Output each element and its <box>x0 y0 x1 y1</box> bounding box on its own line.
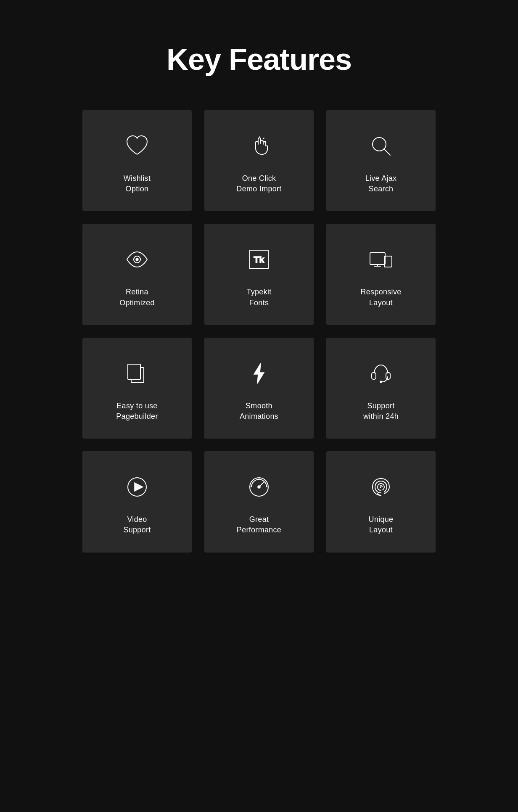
feature-label-smooth-animations: SmoothAnimations <box>240 401 278 422</box>
svg-marker-12 <box>254 363 264 384</box>
feature-label-one-click-demo-import: One ClickDemo Import <box>236 173 281 194</box>
svg-text:Tk: Tk <box>254 255 264 265</box>
svg-rect-6 <box>370 253 385 264</box>
feature-label-typekit-fonts: TypekitFonts <box>246 287 271 308</box>
feature-card-smooth-animations: SmoothAnimations <box>204 338 314 439</box>
feature-card-video-support: VideoSupport <box>82 451 192 552</box>
feature-label-retina-optimized: RetinaOptimized <box>119 287 155 308</box>
gauge-icon <box>244 472 274 502</box>
feature-label-video-support: VideoSupport <box>123 514 151 535</box>
svg-line-1 <box>384 149 390 155</box>
feature-card-typekit-fonts: Tk TypekitFonts <box>204 224 314 325</box>
feature-label-unique-layout: UniqueLayout <box>369 514 394 535</box>
headset-icon <box>366 359 396 388</box>
feature-card-wishlist-option: WishlistOption <box>82 110 192 211</box>
page-title: Key Features <box>166 42 352 77</box>
feature-label-support-within-24h: Supportwithin 24h <box>363 401 399 422</box>
fingerprint-icon <box>366 472 396 502</box>
feature-card-one-click-demo-import: One ClickDemo Import <box>204 110 314 211</box>
svg-rect-14 <box>386 373 390 379</box>
feature-label-wishlist-option: WishlistOption <box>124 173 151 194</box>
svg-point-3 <box>136 258 138 261</box>
feature-card-support-within-24h: Supportwithin 24h <box>326 338 436 439</box>
features-grid: WishlistOption One ClickDemo Import <box>57 110 461 553</box>
play-icon <box>122 472 152 502</box>
feature-label-responsive-layout: ResponsiveLayout <box>360 287 401 308</box>
click-icon <box>244 131 274 161</box>
feature-label-live-ajax-search: Live AjaxSearch <box>365 173 397 194</box>
feature-card-easy-to-use-pagebuilder: Easy to usePagebuilder <box>82 338 192 439</box>
pagebuilder-icon <box>122 359 152 388</box>
search-icon <box>366 131 396 161</box>
svg-rect-11 <box>128 364 140 379</box>
feature-card-great-performance: GreatPerformance <box>204 451 314 552</box>
responsive-icon <box>366 245 396 274</box>
svg-point-15 <box>380 381 382 383</box>
typekit-icon: Tk <box>244 245 274 274</box>
eye-icon <box>122 245 152 274</box>
feature-label-great-performance: GreatPerformance <box>237 514 281 535</box>
feature-label-easy-to-use-pagebuilder: Easy to usePagebuilder <box>116 401 158 422</box>
svg-rect-13 <box>372 373 376 379</box>
svg-point-20 <box>258 486 260 488</box>
svg-marker-17 <box>135 483 143 491</box>
feature-card-responsive-layout: ResponsiveLayout <box>326 224 436 325</box>
lightning-icon <box>244 359 274 388</box>
heart-icon <box>122 131 152 161</box>
feature-card-live-ajax-search: Live AjaxSearch <box>326 110 436 211</box>
feature-card-unique-layout: UniqueLayout <box>326 451 436 552</box>
feature-card-retina-optimized: RetinaOptimized <box>82 224 192 325</box>
